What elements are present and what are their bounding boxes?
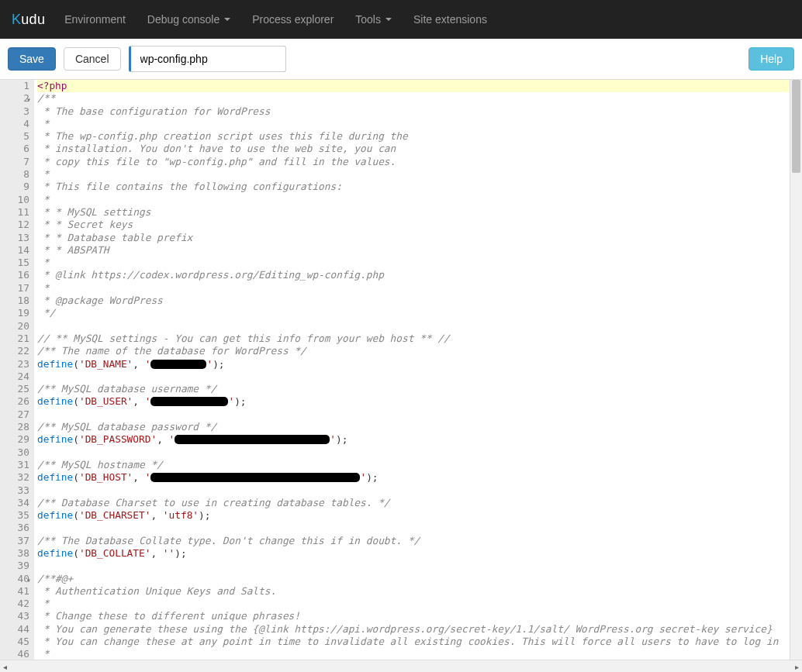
code-line[interactable]: * bbox=[37, 648, 790, 660]
gutter-line: 15 bbox=[3, 257, 29, 269]
nav-environment[interactable]: Environment bbox=[64, 13, 126, 26]
code-line[interactable]: * * Secret keys bbox=[37, 219, 790, 231]
nav-debug-console[interactable]: Debug console bbox=[147, 13, 230, 26]
code-line[interactable]: * This file contains the following confi… bbox=[37, 181, 790, 193]
gutter-line: 45 bbox=[3, 636, 29, 648]
code-line[interactable] bbox=[37, 560, 790, 572]
code-line[interactable]: * * MySQL settings bbox=[37, 206, 790, 219]
nav-site-extensions[interactable]: Site extensions bbox=[413, 13, 487, 26]
token-func: define bbox=[37, 547, 73, 559]
code-line[interactable]: * bbox=[37, 168, 790, 181]
token-func: define bbox=[37, 433, 73, 445]
gutter-line: 30 bbox=[3, 446, 29, 459]
code-area[interactable]: <?php/** * The base configuration for Wo… bbox=[34, 80, 790, 660]
cancel-button[interactable]: Cancel bbox=[64, 47, 121, 71]
code-line[interactable]: * bbox=[37, 118, 790, 130]
gutter-line: 8 bbox=[3, 168, 29, 181]
token-plain: ( bbox=[73, 471, 79, 483]
code-line[interactable]: * bbox=[37, 598, 790, 610]
editor: 12▾3456789101112131415161718192021222324… bbox=[0, 79, 802, 672]
editor-area[interactable]: 12▾3456789101112131415161718192021222324… bbox=[0, 80, 802, 660]
token-func: define bbox=[37, 471, 73, 483]
code-line[interactable]: /** The Database Collate type. Don't cha… bbox=[37, 535, 790, 547]
code-line[interactable]: /** MySQL database username */ bbox=[37, 383, 790, 395]
code-line[interactable]: * bbox=[37, 282, 790, 295]
code-line[interactable]: /** Database Charset to use in creating … bbox=[37, 497, 790, 509]
gutter-line: 4 bbox=[3, 118, 29, 130]
code-line[interactable]: * bbox=[37, 257, 790, 269]
gutter-line: 19 bbox=[3, 307, 29, 319]
gutter-line: 41 bbox=[3, 585, 29, 598]
code-line[interactable]: define('DB_PASSWORD', ''); bbox=[37, 433, 790, 446]
code-line[interactable]: /** The name of the database for WordPre… bbox=[37, 345, 790, 357]
code-line[interactable]: <?php bbox=[37, 80, 790, 92]
token-comment: * You can change these at any point in t… bbox=[37, 636, 784, 647]
horizontal-scrollbar[interactable]: ◂ ▸ bbox=[0, 660, 802, 672]
redacted-value bbox=[150, 397, 228, 406]
code-line[interactable]: /** MySQL hostname */ bbox=[37, 459, 790, 471]
token-comment: * bbox=[37, 118, 49, 129]
token-plain: , bbox=[133, 358, 144, 370]
nav-tools[interactable]: Tools bbox=[355, 13, 392, 26]
gutter-line: 21 bbox=[3, 333, 29, 345]
code-line[interactable]: * You can generate these using the {@lin… bbox=[37, 623, 790, 636]
code-line[interactable]: define('DB_NAME', ''); bbox=[37, 358, 790, 370]
vertical-scrollbar-thumb[interactable] bbox=[792, 80, 800, 173]
scroll-left-icon[interactable]: ◂ bbox=[3, 663, 7, 671]
redacted-value bbox=[150, 473, 360, 482]
code-line[interactable]: * The wp-config.php creation script uses… bbox=[37, 130, 790, 143]
brand-prefix: K bbox=[12, 12, 21, 27]
token-func: define bbox=[37, 509, 73, 521]
gutter-line: 27 bbox=[3, 408, 29, 421]
gutter-line: 17 bbox=[3, 282, 29, 295]
gutter-line: 26 bbox=[3, 395, 29, 408]
code-line[interactable] bbox=[37, 484, 790, 497]
code-line[interactable] bbox=[37, 446, 790, 459]
code-line[interactable]: * Change these to different unique phras… bbox=[37, 610, 790, 622]
help-button[interactable]: Help bbox=[748, 47, 794, 71]
nav-environment-label: Environment bbox=[64, 13, 126, 26]
code-line[interactable]: define('DB_COLLATE', ''); bbox=[37, 547, 790, 560]
code-line[interactable]: * * ABSPATH bbox=[37, 244, 790, 257]
token-comment: * The base configuration for WordPress bbox=[37, 105, 270, 117]
token-plain: ); bbox=[213, 358, 224, 370]
gutter-line: 24 bbox=[3, 370, 29, 383]
nav-process-explorer[interactable]: Process explorer bbox=[252, 13, 334, 26]
gutter-line: 2▾ bbox=[3, 92, 29, 105]
code-line[interactable]: /** MySQL database password */ bbox=[37, 421, 790, 433]
code-line[interactable]: * copy this file to "wp-config.php" and … bbox=[37, 156, 790, 168]
code-line[interactable] bbox=[37, 370, 790, 383]
token-plain: ( bbox=[73, 395, 79, 407]
code-line[interactable]: * The base configuration for WordPress bbox=[37, 105, 790, 118]
token-comment: /** Database Charset to use in creating … bbox=[37, 497, 390, 508]
code-line[interactable]: define('DB_USER', ''); bbox=[37, 395, 790, 408]
token-string: 'DB_HOST' bbox=[79, 471, 133, 483]
code-line[interactable]: /**#@+ bbox=[37, 573, 790, 585]
code-line[interactable]: * You can change these at any point in t… bbox=[37, 636, 790, 648]
scroll-right-icon[interactable]: ▸ bbox=[795, 663, 799, 671]
code-line[interactable]: * @package WordPress bbox=[37, 295, 790, 307]
token-func: define bbox=[37, 395, 73, 407]
gutter-line: 18 bbox=[3, 295, 29, 307]
code-line[interactable] bbox=[37, 408, 790, 421]
code-line[interactable]: * Authentication Unique Keys and Salts. bbox=[37, 585, 790, 598]
code-line[interactable]: * installation. You don't have to use th… bbox=[37, 143, 790, 155]
token-string: 'DB_COLLATE' bbox=[79, 547, 150, 559]
gutter-line: 35 bbox=[3, 509, 29, 522]
brand-logo[interactable]: Kudu bbox=[12, 12, 45, 28]
code-line[interactable]: define('DB_HOST', ''); bbox=[37, 471, 790, 484]
code-line[interactable] bbox=[37, 320, 790, 333]
code-line[interactable]: // ** MySQL settings - You can get this … bbox=[37, 333, 790, 345]
code-line[interactable]: * bbox=[37, 194, 790, 206]
vertical-scrollbar[interactable] bbox=[790, 80, 802, 660]
code-line[interactable] bbox=[37, 522, 790, 534]
filename-input[interactable] bbox=[129, 46, 286, 72]
token-plain: , bbox=[133, 471, 144, 483]
code-line[interactable]: * * Database table prefix bbox=[37, 232, 790, 244]
code-line[interactable]: */ bbox=[37, 307, 790, 319]
code-line[interactable]: * @link https://codex.wordpress.org/Edit… bbox=[37, 269, 790, 281]
code-line[interactable]: define('DB_CHARSET', 'utf8'); bbox=[37, 509, 790, 522]
code-line[interactable]: /** bbox=[37, 92, 790, 105]
token-string: 'DB_USER' bbox=[79, 395, 133, 407]
save-button[interactable]: Save bbox=[8, 47, 56, 71]
